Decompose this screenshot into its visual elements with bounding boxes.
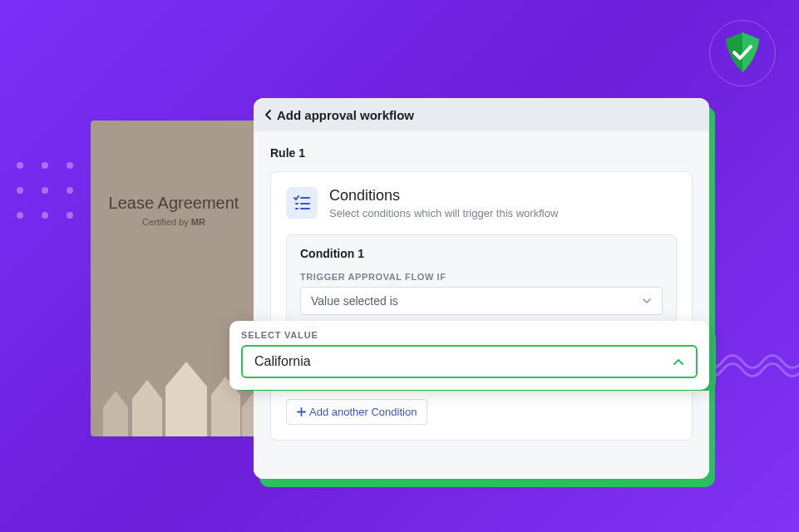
modal-body: Rule 1 Conditions Select conditions whic… (254, 131, 709, 479)
shield-icon (723, 31, 762, 76)
document-title: Lease Agreement (91, 194, 257, 213)
conditions-title: Conditions (329, 187, 558, 205)
trigger-label: TRIGGER APPROVAL FLOW IF (300, 272, 663, 282)
checklist-icon (293, 195, 310, 210)
modal-title: Add approval workflow (277, 108, 414, 122)
condition-label: Condition 1 (300, 247, 663, 260)
document-preview-card: Lease Agreement Certified by MR (91, 121, 257, 436)
security-shield-badge (709, 20, 776, 86)
plus-icon (297, 407, 306, 416)
add-condition-button[interactable]: Add another Condition (286, 399, 427, 425)
chevron-down-icon (642, 298, 652, 304)
select-value-label: SELECT VALUE (241, 330, 698, 340)
svg-marker-2 (165, 362, 207, 436)
trigger-selected-value: Value selected is (311, 294, 398, 308)
chevron-left-icon (264, 109, 274, 121)
rule-title: Rule 1 (270, 146, 693, 160)
add-condition-label: Add another Condition (309, 406, 417, 418)
document-subtitle: Certified by MR (91, 217, 257, 227)
conditions-card: Conditions Select conditions which will … (270, 171, 693, 441)
conditions-icon (286, 187, 318, 219)
conditions-header: Conditions Select conditions which will … (286, 187, 677, 219)
select-value-input[interactable]: California (241, 345, 698, 378)
modal-header[interactable]: Add approval workflow (254, 98, 709, 131)
trigger-select[interactable]: Value selected is (300, 287, 663, 315)
chevron-up-icon (673, 358, 684, 366)
conditions-subtitle: Select conditions which will trigger thi… (329, 207, 558, 219)
select-value-popup: SELECT VALUE California (229, 321, 709, 390)
select-value-text: California (254, 354, 311, 369)
svg-marker-1 (132, 380, 162, 436)
workflow-modal: Add approval workflow Rule 1 Conditions (254, 98, 709, 479)
svg-marker-0 (103, 391, 128, 436)
